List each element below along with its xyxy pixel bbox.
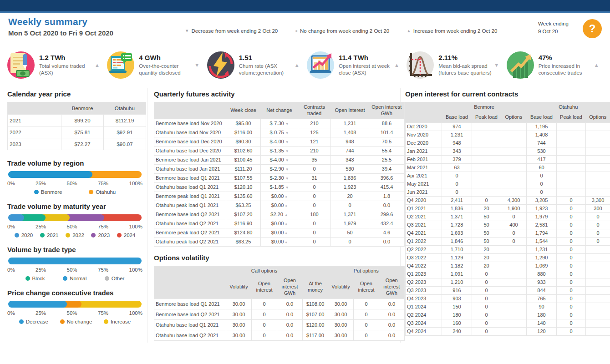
chart-legend: 20202021202220232024 [7,233,142,238]
otahuhu-peak-load-cell [557,139,586,147]
table-row: Otahuhu base load Nov 2020 $116.00 $-0.7… [154,128,405,137]
price-cell: $92.91 [104,126,146,138]
otahuhu-options-cell [586,253,610,262]
legend-no-change: No change from week ending 2 Oct 20 [295,28,389,34]
legend-label: Decrease [26,319,48,324]
table-row: Q3 2021 1,728 50 400 2,581 0 0 [406,221,610,229]
otahuhu-base-load-cell: 3,205 [527,196,557,204]
otahuhu-peak-load-cell: 0 [557,270,586,278]
otahuhu-base-load-cell: 180 [527,311,557,319]
otahuhu-base-load-cell: 1,069 [527,262,557,270]
call-volatility-cell: 30.00 [226,319,252,330]
table-row: Benmore base load Q2 2021 30.00 0 0.0 $1… [154,309,405,319]
table-row: Q4 2022 1,182 20 1,069 0 [406,262,610,270]
kpi-value: 11.4 TWh [339,54,392,61]
otahuhu-peak-load-cell [557,180,586,188]
legend-label: Block [32,276,45,281]
benmore-base-load-cell: 903 [442,294,472,303]
axis-tick: 50% [67,310,77,316]
benmore-options-cell [501,245,527,253]
contract-label: Benmore base load Q2 2021 [154,210,226,219]
otahuhu-peak-load-cell: 0 [557,204,586,212]
net-change-value: $-7.30 [269,121,284,126]
otahuhu-peak-load-cell: 0 [557,286,586,294]
section-title-open-interest: Open interest for current contracts [405,90,608,98]
legend-item: Otahuhu [89,189,116,195]
contract-label: Benmore base load Q2 2021 [154,309,226,319]
contracts-traded-cell: 210 [298,146,331,155]
trend-icon [285,140,289,144]
benmore-peak-load-cell [472,139,501,147]
period-label: Q4 2020 [406,196,442,204]
trend-icon [285,204,287,208]
bar-segment [8,214,24,221]
table-row: Q1 2023 1,091 0 880 0 [406,270,610,278]
open-interest-gwh-cell: 25.5 [369,155,405,164]
axis-tick: 0% [7,224,15,229]
column-header [154,276,226,298]
otahuhu-options-cell [586,139,610,147]
week-close-cell: $120.10 [226,182,261,192]
period-label: Q4 2023 [406,294,442,303]
price-cell: $90.07 [104,138,146,150]
benmore-peak-load-cell [472,180,501,188]
net-change-cell: $-0.75 [261,128,298,137]
put-volatility-cell: 30.00 [328,330,354,340]
benmore-base-load-cell: 1,846 [442,237,472,245]
period-label: Jun 2021 [406,188,442,196]
otahuhu-peak-load-cell: 0 [557,196,586,204]
axis-tick: 75% [98,267,108,273]
period-label: Q2 2024 [406,311,442,319]
otahuhu-options-cell [586,131,610,139]
week-close-cell: $63.25 [226,201,261,210]
otahuhu-options-cell [586,122,610,131]
week-close-cell: $90.30 [226,137,261,146]
open-interest-gwh-cell: 70.5 [369,137,405,146]
otahuhu-peak-load-cell [557,172,586,180]
otahuhu-base-load-cell: 140 [527,319,557,327]
legend-label: Normal [70,276,86,281]
trend-up-icon [594,63,599,68]
kpi-total-volume: 1.2 TWh Total volume traded (ASX) [6,46,106,85]
trend-icon [285,122,289,126]
contract-label: Otahuhu base load Jan 2021 [154,164,226,173]
net-change-value: $-4.00 [269,139,284,144]
benmore-options-cell: 1,900 [501,204,527,212]
benmore-options-cell: 0 [501,237,527,245]
benmore-peak-load-cell: 20 [472,262,501,270]
contracts-traded-cell: 31 [298,173,331,182]
benmore-options-cell: 400 [501,221,527,229]
legend-item: Decrease [19,319,48,324]
period-label: Q4 2022 [406,262,442,270]
quarterly-futures-table: Week close Net change Contracts traded O… [154,102,405,247]
benmore-base-load-cell: 0 [442,180,472,188]
benmore-peak-load-cell: 50 [472,221,501,229]
benmore-base-load-cell: 63 [442,163,472,172]
stacked-bar [8,171,142,178]
open-interest-gwh-cell: 415.4 [369,182,405,192]
net-change-value: $-0.75 [269,130,284,135]
laptop-list-icon [106,51,135,80]
legend-label: Increase [111,319,131,324]
benmore-peak-load-cell [472,122,501,131]
otahuhu-peak-load-cell: 0 [557,303,586,311]
help-button[interactable]: ? [583,19,602,38]
table-row: Otahuhu peak load Q1 2021 $63.25 $0.00 0… [154,201,405,210]
benmore-base-load-cell: 379 [442,155,472,163]
table-row: Benmore base load Dec 2020 $90.30 $-4.00… [154,137,405,146]
top-navigation-bar [0,0,610,13]
week-close-cell: $102.60 [226,146,261,155]
contracts-traded-cell: 125 [298,128,331,137]
benmore-options-cell [501,286,527,294]
benmore-peak-load-cell: 50 [472,212,501,221]
otahuhu-options-cell [586,270,610,278]
stacked-bar [8,258,142,264]
kpi-price-increased: 47% Price increased in consecutive trade… [506,46,605,85]
section-title-calendar-year-price: Calendar year price [7,90,142,98]
contracts-traded-cell: 0 [298,192,331,201]
benmore-peak-load-cell: 20 [472,204,501,212]
benmore-options-cell [501,253,527,262]
bar-segment [64,214,104,221]
otahuhu-peak-load-cell: 0 [557,278,586,286]
net-change-value: $0.00 [271,230,284,235]
